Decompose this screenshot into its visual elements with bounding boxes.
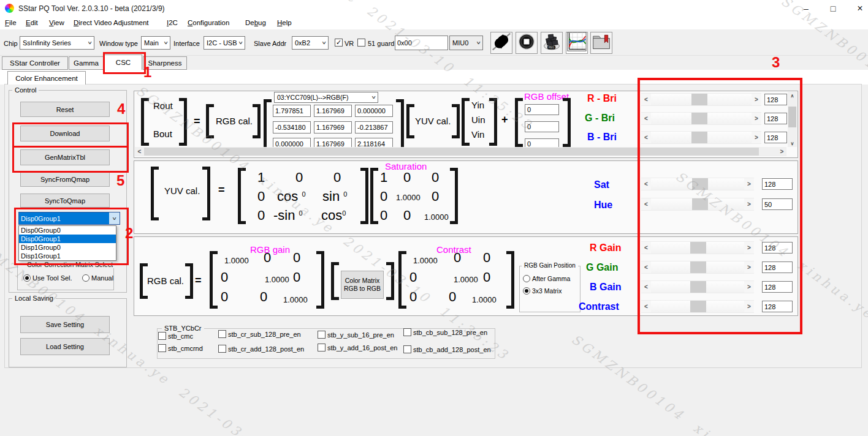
slider-left-arrow[interactable]: < xyxy=(641,113,651,124)
registers-button[interactable]: REG xyxy=(541,32,563,54)
menu-file[interactable]: File xyxy=(5,19,17,26)
slider-right-arrow[interactable]: > xyxy=(752,113,761,124)
menu-direct-video-adjustment[interactable]: Direct Video Adjustment xyxy=(74,19,149,26)
use-tool-sel-radio[interactable] xyxy=(23,274,31,282)
slider-left-arrow[interactable]: < xyxy=(641,178,651,190)
matrix-cell-input[interactable] xyxy=(273,121,311,133)
csc-preset-combo[interactable]: 03:YCC709(L)-->RGB(F)∨ xyxy=(274,92,378,103)
tab-csc[interactable]: CSC xyxy=(104,55,142,70)
curves-button[interactable] xyxy=(566,32,588,54)
r-bri-value[interactable] xyxy=(764,94,787,105)
r-gain-slider[interactable]: < > xyxy=(641,241,754,254)
tab-color-enhancement[interactable]: Color Enhancement xyxy=(7,71,86,85)
matrix-cell-input[interactable] xyxy=(273,105,311,117)
menu-i2c[interactable]: I2C xyxy=(167,19,178,26)
stb-cmcrnd-checkbox[interactable] xyxy=(158,344,166,352)
minimize-button[interactable]: – xyxy=(797,2,815,15)
tab-gamma[interactable]: Gamma xyxy=(69,56,104,70)
stop-button[interactable] xyxy=(516,32,538,54)
slider-right-arrow[interactable]: > xyxy=(744,198,754,210)
scroll-up-arrow[interactable]: ∧ xyxy=(788,92,797,99)
slider-thumb[interactable] xyxy=(691,132,707,143)
maximize-button[interactable]: □ xyxy=(824,2,842,15)
stb-y-sub-16-pre-en-checkbox[interactable] xyxy=(318,331,326,339)
slider-left-arrow[interactable]: < xyxy=(641,132,651,143)
slider-left-arrow[interactable]: < xyxy=(641,198,651,210)
miu-combo[interactable]: MIU0∨ xyxy=(449,36,483,50)
b-bri-value[interactable] xyxy=(764,132,787,143)
guard-checkbox[interactable] xyxy=(357,39,365,47)
slider-thumb[interactable] xyxy=(691,94,707,105)
slider-right-arrow[interactable]: > xyxy=(744,281,754,293)
vertical-scrollbar[interactable]: ∧ ∨ xyxy=(788,92,797,147)
slider-thumb[interactable] xyxy=(692,198,708,210)
load-setting-button[interactable]: Load Setting xyxy=(20,338,110,355)
sat-slider[interactable]: < > xyxy=(641,178,754,190)
interface-combo[interactable]: I2C - USB∨ xyxy=(204,36,245,50)
slave-addr-combo[interactable]: 0xB2∨ xyxy=(292,36,329,50)
contrast-value[interactable] xyxy=(762,301,793,312)
matrix-cell-input[interactable] xyxy=(355,105,393,117)
sat-value[interactable] xyxy=(762,178,793,190)
list-item-disp1group1[interactable]: Disp1Group1 xyxy=(19,252,116,260)
slider-thumb[interactable] xyxy=(691,113,707,124)
window-type-combo[interactable]: Main∨ xyxy=(141,36,170,50)
manual-radio[interactable] xyxy=(82,274,89,282)
matrix-cell-input[interactable] xyxy=(314,121,352,133)
chip-combo[interactable]: SsInfinity Series∨ xyxy=(20,36,94,50)
scroll-thumb[interactable] xyxy=(144,148,759,156)
g-bri-value[interactable] xyxy=(764,113,787,124)
b-bri-slider[interactable]: < > xyxy=(641,131,761,144)
open-folder-button[interactable] xyxy=(590,32,612,54)
stb-y-add-16-post-en-checkbox[interactable] xyxy=(318,344,326,351)
slider-right-arrow[interactable]: > xyxy=(744,261,754,273)
slider-right-arrow[interactable]: > xyxy=(744,242,754,254)
g-bri-slider[interactable]: < > xyxy=(641,112,761,125)
slider-left-arrow[interactable]: < xyxy=(641,242,651,254)
stb-cr-add-128-post-en-checkbox[interactable] xyxy=(218,345,226,353)
list-item-disp1group0[interactable]: Disp1Group0 xyxy=(19,243,116,252)
connect-button[interactable] xyxy=(490,32,512,54)
vr-checkbox[interactable]: ✓ xyxy=(335,39,343,47)
slider-thumb[interactable] xyxy=(690,281,706,293)
slider-thumb[interactable] xyxy=(692,178,708,190)
stb-cmc-checkbox[interactable] xyxy=(158,332,166,340)
r-bri-slider[interactable]: < > xyxy=(641,93,761,106)
horizontal-scrollbar[interactable]: < > xyxy=(135,147,786,156)
color-matrix-rgb-to-rgb-button[interactable]: Color MatrixRGB to RGB xyxy=(341,271,384,299)
slider-right-arrow[interactable]: > xyxy=(752,132,761,143)
save-setting-button[interactable]: Save Setting xyxy=(20,316,110,333)
slider-thumb[interactable] xyxy=(690,261,706,273)
reset-button[interactable]: Reset xyxy=(20,102,110,117)
menu-help[interactable]: Help xyxy=(277,19,292,26)
list-item-disp0group0[interactable]: Disp0Group0 xyxy=(19,226,116,235)
stb-cb-sub-128-pre-en-checkbox[interactable] xyxy=(403,328,411,336)
matrix-cell-input[interactable] xyxy=(314,105,352,117)
list-item-disp0group1[interactable]: Disp0Group1 xyxy=(19,235,116,243)
chevron-down-icon[interactable]: ∨ xyxy=(109,212,120,224)
close-button[interactable]: × xyxy=(851,2,868,15)
b-gain-value[interactable] xyxy=(762,281,793,293)
download-button[interactable]: Download xyxy=(20,126,110,141)
menu-view[interactable]: View xyxy=(49,19,64,26)
rgb-offset-input[interactable] xyxy=(525,104,559,115)
stb-cr-sub-128-pre-en-checkbox[interactable] xyxy=(218,330,226,338)
guard-addr-input[interactable] xyxy=(395,36,448,50)
after-gamma-radio[interactable] xyxy=(523,275,530,282)
b-gain-slider[interactable]: < > xyxy=(641,280,754,293)
contrast-slider[interactable]: < > xyxy=(641,300,754,313)
slider-thumb[interactable] xyxy=(690,301,706,312)
hue-slider[interactable]: < > xyxy=(641,198,754,211)
menu-debug[interactable]: Debug xyxy=(245,19,266,26)
slider-right-arrow[interactable]: > xyxy=(752,94,761,105)
g-gain-value[interactable] xyxy=(762,261,793,273)
scroll-thumb[interactable] xyxy=(788,107,796,127)
sync-from-qmap-button[interactable]: SyncFromQmap xyxy=(20,172,110,187)
display-group-combo[interactable]: Disp0Group1 ∨ xyxy=(18,212,120,225)
menu-configuration[interactable]: Configuration xyxy=(188,19,229,26)
r-gain-value[interactable] xyxy=(762,242,793,254)
tab-sharpness[interactable]: Sharpness xyxy=(143,56,187,70)
slider-right-arrow[interactable]: > xyxy=(744,178,754,190)
matrix-cell-input[interactable] xyxy=(355,121,393,133)
slider-left-arrow[interactable]: < xyxy=(641,94,651,105)
